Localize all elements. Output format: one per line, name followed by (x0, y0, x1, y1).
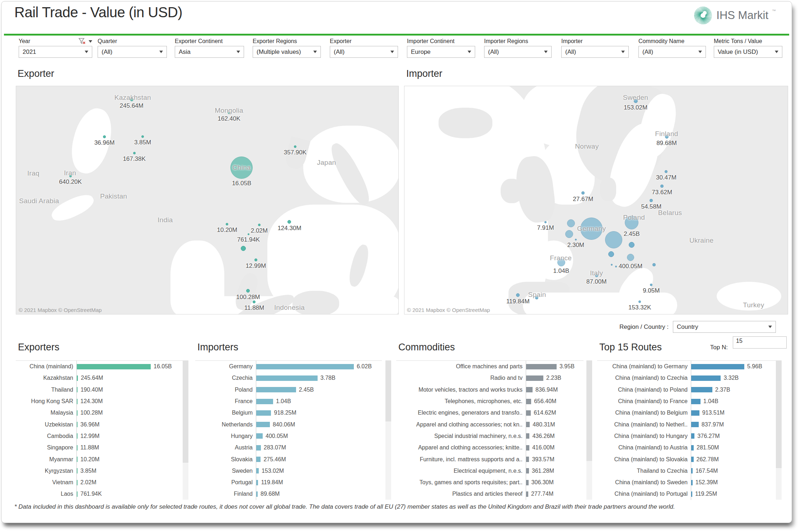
bar[interactable] (691, 433, 694, 439)
filter-importer-continent-dropdown[interactable]: Europe (407, 46, 475, 58)
map-bubble[interactable] (660, 185, 664, 188)
bar[interactable] (256, 375, 318, 381)
bar[interactable] (77, 387, 78, 392)
map-bubble[interactable] (226, 223, 228, 225)
bar[interactable] (256, 457, 261, 462)
bar[interactable] (77, 445, 78, 451)
bar[interactable] (526, 445, 529, 451)
map-bubble[interactable] (294, 145, 296, 148)
bar[interactable] (77, 468, 78, 473)
bar[interactable] (691, 422, 699, 427)
map-bubble[interactable] (605, 231, 622, 248)
bubble-value-label: 2.02M (251, 227, 268, 234)
bar[interactable] (77, 433, 78, 439)
map-bubble[interactable] (615, 266, 617, 267)
map-bubble[interactable] (258, 224, 261, 226)
bar[interactable] (77, 375, 78, 381)
exporter-map[interactable]: © 2021 Mapbox © OpenStreetMap Kazakhstan… (16, 86, 399, 314)
map-bubble[interactable] (638, 300, 641, 303)
bar-value: 3.95B (559, 363, 575, 370)
bar[interactable] (256, 480, 258, 485)
scrollbar-thumb[interactable] (776, 360, 782, 468)
map-bubble[interactable] (254, 258, 257, 261)
bar[interactable] (526, 433, 529, 439)
importer-map[interactable]: © 2021 Mapbox © OpenStreetMap SwedenFinl… (404, 86, 788, 314)
map-bubble[interactable] (608, 251, 614, 257)
filter-commodity-name-dropdown[interactable]: (All) (638, 46, 706, 58)
filter-x-icon[interactable] (79, 38, 86, 45)
bar[interactable] (77, 399, 78, 404)
map-bubble[interactable] (567, 219, 575, 227)
bar[interactable] (77, 364, 151, 369)
top-n-input[interactable] (733, 336, 787, 349)
bar[interactable] (691, 457, 694, 462)
bar[interactable] (256, 410, 271, 416)
map-bubble[interactable] (141, 135, 144, 138)
map-bubble[interactable] (650, 284, 652, 286)
bar[interactable] (77, 422, 78, 427)
panel-commodities: CommoditiesOffice machines and parts3.95… (396, 342, 594, 500)
bar[interactable] (256, 387, 296, 392)
map-bubble[interactable] (627, 254, 634, 261)
filter-exporter-continent-dropdown[interactable]: Asia (175, 46, 244, 58)
scrollbar-track[interactable] (385, 360, 391, 500)
bar[interactable] (77, 491, 78, 497)
map-bubble[interactable] (133, 152, 136, 154)
map-bubble[interactable] (665, 170, 668, 173)
bar[interactable] (691, 468, 693, 473)
map-bubble[interactable] (652, 263, 656, 266)
map-bubble[interactable] (103, 135, 106, 138)
bar[interactable] (77, 480, 78, 485)
scrollbar-track[interactable] (183, 360, 188, 500)
bar[interactable] (256, 468, 259, 473)
bar[interactable] (256, 399, 273, 404)
bar[interactable] (526, 491, 528, 497)
bar[interactable] (256, 445, 261, 451)
bar[interactable] (691, 375, 721, 381)
bar[interactable] (691, 364, 744, 369)
bar[interactable] (256, 491, 258, 497)
bar[interactable] (691, 491, 692, 497)
filter-exporter-dropdown[interactable]: (All) (330, 46, 398, 58)
map-bubble[interactable] (629, 242, 634, 248)
bar[interactable] (256, 364, 354, 369)
bar[interactable] (526, 399, 531, 404)
bar[interactable] (691, 445, 694, 451)
bar[interactable] (526, 468, 529, 473)
map-bubble[interactable] (241, 246, 246, 251)
scrollbar-thumb[interactable] (183, 360, 188, 463)
bar[interactable] (526, 375, 543, 381)
map-bubble[interactable] (248, 233, 249, 235)
map-bubble[interactable] (650, 199, 653, 202)
bar[interactable] (526, 457, 529, 462)
bar[interactable] (77, 410, 78, 416)
scrollbar-thumb[interactable] (586, 360, 592, 461)
bar[interactable] (526, 480, 529, 485)
bar[interactable] (256, 433, 263, 439)
scrollbar-track[interactable] (776, 360, 782, 500)
filter-exporter-regions-dropdown[interactable]: (Multiple values) (253, 46, 321, 58)
bar[interactable] (691, 387, 712, 392)
bar[interactable] (526, 422, 530, 427)
filter-quarter-dropdown[interactable]: (All) (98, 46, 167, 58)
map-bubble[interactable] (611, 264, 613, 266)
map-bubble[interactable] (565, 230, 573, 238)
filter-importer-regions-dropdown[interactable]: (All) (484, 46, 552, 58)
bar[interactable] (691, 410, 699, 416)
region-country-dropdown[interactable]: Country (673, 321, 776, 333)
bar[interactable] (691, 480, 693, 485)
bar[interactable] (77, 457, 78, 462)
filter-year-dropdown[interactable]: 2021 (19, 46, 92, 58)
filter-importer-dropdown[interactable]: (All) (561, 46, 629, 58)
caret-down-icon[interactable] (89, 40, 92, 43)
bubble-value-label: 89.68M (656, 140, 677, 147)
bar[interactable] (526, 410, 531, 416)
bar[interactable] (691, 399, 701, 404)
filter-metric-tons-value-dropdown[interactable]: Value (in USD) (714, 46, 782, 58)
bar[interactable] (526, 387, 533, 392)
scrollbar-thumb[interactable] (385, 360, 391, 421)
bar[interactable] (256, 422, 270, 427)
map-bubble[interactable] (575, 239, 577, 241)
scrollbar-track[interactable] (586, 360, 592, 500)
bar[interactable] (526, 364, 557, 369)
